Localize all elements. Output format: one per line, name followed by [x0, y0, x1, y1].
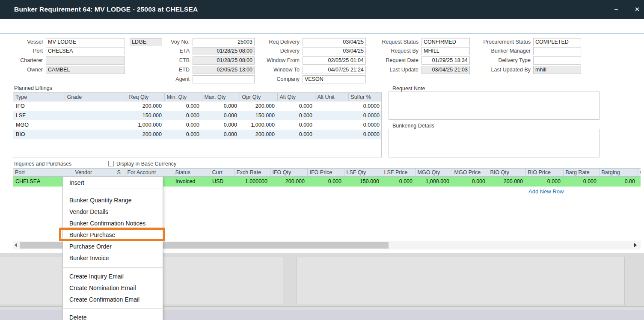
voy-no-label: Voy No. — [147, 38, 190, 46]
req-delivery-field[interactable]: 03/04/25 — [303, 38, 366, 46]
col-vendor[interactable]: Vendor — [73, 169, 115, 177]
agent-field[interactable] — [193, 75, 255, 83]
col-sulfur[interactable]: Sulfur % — [348, 93, 382, 101]
request-by-label: Request By — [371, 47, 418, 55]
bunker-manager-field[interactable] — [533, 47, 581, 55]
col-min-qty[interactable]: Min. Qty — [164, 93, 202, 101]
req-delivery-label: Req Delivery — [252, 38, 300, 46]
window-to-field[interactable]: 04/07/25 21:24 — [303, 66, 366, 74]
bunker-requirement-window: Bunker Requirement 64: MV LODGE - 25003 … — [0, 0, 644, 320]
col-grade[interactable]: Grade — [65, 93, 127, 101]
company-field[interactable]: VESON — [303, 75, 366, 83]
menu-item-bunker-quantity-range[interactable]: Bunker Quantity Range — [63, 195, 163, 206]
etb-label: ETB — [147, 56, 190, 65]
last-updated-by-label: Last Updated By — [473, 66, 531, 74]
etd-field: 02/05/25 13:00 — [193, 66, 255, 74]
menu-item-delete[interactable]: Delete — [63, 312, 163, 320]
eta-field: 01/28/25 08:00 — [193, 47, 255, 55]
menu-item-bunker-confirmation-notices[interactable]: Bunker Confirmation Notices — [63, 218, 163, 229]
request-date-field[interactable]: 01/29/25 18:34 — [421, 56, 470, 65]
col-mgo-price[interactable]: MGO Price — [452, 169, 488, 177]
col-s[interactable]: S — [115, 169, 125, 177]
window-to-label: Window To — [252, 66, 300, 74]
col-for-account[interactable]: For Account — [125, 169, 173, 177]
title-bar: Bunker Requirement 64: MV LODGE - 25003 … — [0, 0, 644, 19]
table-row[interactable]: IFO 200.0000.000 0.000200.000 0.000 0.00… — [13, 101, 382, 111]
col-lsf-price[interactable]: LSF Price — [382, 169, 415, 177]
etd-label: ETD — [147, 66, 190, 74]
bunkering-details-textarea[interactable] — [389, 129, 599, 157]
window-title: Bunker Requirement 64: MV LODGE - 25003 … — [14, 6, 198, 13]
background-panel-right — [297, 257, 625, 305]
last-updated-by-field: mhill — [533, 66, 581, 74]
etb-field: 01/28/25 08:00 — [193, 56, 255, 65]
menu-item-create-confirmation-email[interactable]: Create Confirmation Email — [63, 294, 163, 305]
col-type[interactable]: Type — [13, 93, 65, 101]
delivery-type-field[interactable] — [533, 56, 581, 65]
col-lsf-qty[interactable]: LSF Qty — [344, 169, 382, 177]
col-mgo-qty[interactable]: MGO Qty — [415, 169, 452, 177]
col-max-qty[interactable]: Max. Qty — [202, 93, 240, 101]
menu-item-purchase-order[interactable]: Purchase Order — [63, 241, 163, 252]
owner-field: CAMBEL — [46, 66, 125, 74]
col-req-qty[interactable]: Req Qty — [127, 93, 164, 101]
charterer-field — [46, 56, 125, 65]
inquiries-purchases-title: Inquiries and Purchases — [14, 161, 71, 167]
scroll-right-arrow-icon[interactable] — [634, 243, 637, 247]
vessel-field[interactable]: MV LODGE — [46, 38, 125, 46]
col-alt-unit[interactable]: Alt Unit — [315, 93, 348, 101]
request-date-label: Request Date — [371, 56, 418, 65]
owner-label: Owner — [0, 66, 43, 74]
company-label: Company — [252, 75, 300, 83]
minimize-button[interactable]: – — [610, 4, 623, 15]
delivery-label: Delivery — [252, 47, 300, 55]
menu-item-vendor-details[interactable]: Vendor Details — [63, 206, 163, 218]
menu-item-create-inquiry-email[interactable]: Create Inquiry Email — [63, 271, 163, 282]
col-opr-qty[interactable]: Opr Qty — [240, 93, 277, 101]
window-from-field[interactable]: 02/05/25 01:04 — [303, 56, 366, 65]
agent-label: Agent — [147, 75, 190, 83]
close-button[interactable]: ✕ — [631, 4, 644, 15]
menu-item-bunker-purchase[interactable]: Bunker Purchase — [63, 229, 163, 241]
col-curr[interactable]: Curr — [210, 169, 234, 177]
bunker-manager-label: Bunker Manager — [473, 47, 531, 55]
col-port[interactable]: Port — [13, 169, 73, 177]
col-alt-qty[interactable]: Alt Qty — [277, 93, 315, 101]
request-note-textarea[interactable] — [389, 92, 599, 120]
planned-liftings-header-row: Type Grade Req Qty Min. Qty Max. Qty Opr… — [13, 93, 382, 101]
inquiries-header-row: Port Vendor S For Account Status Curr Ex… — [13, 169, 641, 177]
col-bio-qty[interactable]: BIO Qty — [488, 169, 525, 177]
delivery-field[interactable]: 03/04/25 — [303, 47, 366, 55]
col-status[interactable]: Status — [173, 169, 210, 177]
add-new-row-link[interactable]: Add New Row — [528, 188, 564, 195]
display-base-currency-checkbox[interactable] — [108, 161, 114, 166]
menu-item-bunker-invoice[interactable]: Bunker Invoice — [63, 252, 163, 264]
table-row[interactable]: MGO 1,000.0000.000 0.0001,000.000 0.000 … — [13, 120, 382, 130]
charterer-label: Charterer — [0, 56, 43, 65]
table-row[interactable]: LSF 150.0000.000 0.000150.000 0.000 0.00… — [13, 111, 382, 120]
menu-item-insert[interactable]: Insert — [63, 177, 163, 189]
window-from-label: Window From — [252, 56, 300, 65]
request-by-field[interactable]: MHILL — [421, 47, 470, 55]
procurement-status-field[interactable]: COMPLETED — [533, 38, 581, 46]
col-bio-price[interactable]: BIO Price — [525, 169, 563, 177]
scroll-left-arrow-icon[interactable] — [15, 243, 17, 247]
request-status-label: Request Status — [371, 38, 418, 46]
col-exch-rate[interactable]: Exch Rate — [234, 169, 270, 177]
last-update-field: 03/04/25 21:03 — [421, 66, 470, 74]
table-row[interactable]: BIO 200.0000.000 0.000200.000 0.000 0.00… — [13, 130, 382, 139]
eta-label: ETA — [147, 47, 190, 55]
menu-item-create-nomination-email[interactable]: Create Nomination Email — [63, 282, 163, 294]
delivery-type-label: Delivery Type — [473, 56, 531, 65]
col-barg-rate[interactable]: Barg Rate — [563, 169, 599, 177]
request-status-field[interactable]: CONFIRMED — [421, 38, 470, 46]
col-ifo-qty[interactable]: IFO Qty — [270, 169, 307, 177]
col-cutoff[interactable]: C — [638, 169, 641, 177]
col-barging[interactable]: Barging — [599, 169, 638, 177]
planned-liftings-table: Type Grade Req Qty Min. Qty Max. Qty Opr… — [13, 92, 382, 157]
display-base-currency-label: Display in Base Currency — [116, 161, 176, 167]
port-field[interactable]: CHELSEA — [46, 47, 125, 55]
vessel-label: Vessel — [0, 38, 43, 46]
col-ifo-price[interactable]: IFO Price — [307, 169, 344, 177]
voy-no-field[interactable]: 25003 — [193, 38, 255, 46]
